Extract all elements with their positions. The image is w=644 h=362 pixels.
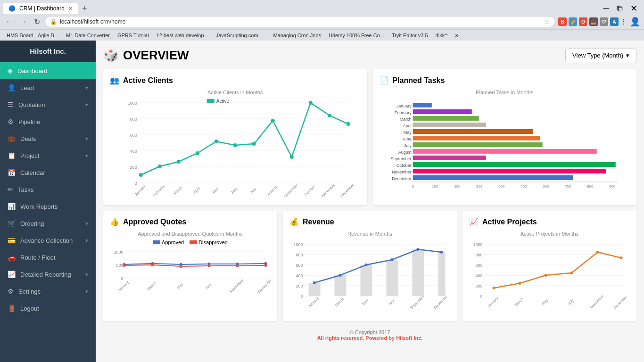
sidebar-label-project: Project	[20, 152, 39, 159]
ext-icon-2[interactable]: 🌈	[569, 17, 577, 26]
svg-rect-110	[335, 275, 347, 296]
svg-point-144	[620, 256, 623, 259]
sidebar-item-dashboard[interactable]: ◈ Dashboard	[0, 62, 96, 79]
profile-icon[interactable]: 👤	[630, 16, 640, 27]
view-type-chevron-icon: ▾	[626, 52, 629, 59]
tab-bar: 🔵 CRM | Dashboard ✕ + ─ ⧉ ✕	[0, 0, 644, 14]
ext-icon-4[interactable]: 📥	[589, 17, 598, 26]
forward-button[interactable]: →	[18, 16, 29, 27]
ext-icon-6[interactable]: A	[610, 17, 619, 26]
browser-chrome: 🔵 CRM | Dashboard ✕ + ─ ⧉ ✕ ← → ↻ 🔒 loca…	[0, 0, 644, 41]
active-projects-chart: 1000 800 600 400 200 0	[469, 239, 630, 314]
sidebar-item-pipeline[interactable]: ⚙ Pipeline	[0, 113, 96, 130]
svg-point-117	[365, 263, 368, 266]
svg-rect-109	[309, 283, 321, 296]
back-button[interactable]: ←	[4, 16, 15, 27]
revenue-chart: 1000 800 600 400 200 0	[289, 239, 450, 314]
ext-icon-opera[interactable]: O	[579, 17, 587, 26]
main-content: 🎲 OVERVIEW View Type (Month) ▾ 👥 Active …	[96, 41, 644, 362]
more-extensions[interactable]: ⋮	[620, 18, 627, 25]
sidebar-item-route-fleet[interactable]: 🚗 Route / Fleet	[0, 249, 96, 266]
svg-text:400: 400	[296, 273, 303, 278]
sidebar-item-project[interactable]: 📋 Project ▾	[0, 147, 96, 164]
sidebar-item-calendar[interactable]: 📅 Calendar	[0, 164, 96, 181]
svg-point-89	[236, 264, 239, 267]
new-tab-button[interactable]: +	[78, 4, 91, 14]
sidebar-item-quotation[interactable]: ☰ Quotation ▾	[0, 96, 96, 113]
sidebar-label-work-reports: Work Reports	[20, 203, 58, 210]
approved-quotes-title: 👍 Approved Quotes	[110, 217, 271, 226]
svg-rect-55	[413, 156, 486, 160]
view-type-button[interactable]: View Type (Month) ▾	[565, 49, 636, 62]
sidebar-item-work-reports[interactable]: 📊 Work Reports	[0, 198, 96, 215]
ext-icon-1[interactable]: B	[558, 17, 567, 26]
more-bookmarks[interactable]: »	[453, 31, 462, 40]
sidebar-item-logout[interactable]: 🚪 Logout	[0, 300, 96, 317]
planned-tasks-title: 📄 Planned Tasks	[380, 76, 630, 85]
bookmark-4[interactable]: 12 best web develop...	[154, 32, 211, 39]
svg-text:September: September	[390, 156, 411, 161]
svg-point-18	[252, 142, 256, 146]
tasks-icon: ✏	[8, 186, 13, 193]
active-tab[interactable]: 🔵 CRM | Dashboard ✕	[3, 3, 78, 14]
reload-button[interactable]: ↻	[32, 16, 42, 27]
bookmark-7[interactable]: Udemy 100% Free Co...	[326, 32, 387, 39]
svg-point-116	[339, 274, 342, 277]
svg-point-90	[264, 264, 267, 267]
svg-text:January: January	[134, 184, 146, 197]
svg-text:October: October	[304, 184, 316, 197]
svg-text:March: March	[334, 297, 345, 307]
sidebar-label-calendar: Calendar	[20, 169, 45, 176]
bookmark-5[interactable]: JavaScripting.com -...	[213, 32, 269, 39]
url-box[interactable]: 🔒 localhost/hilsoft-crm/home ☆	[45, 16, 555, 27]
planned-tasks-card: 📄 Planned Tasks Planned Tasks in Months …	[373, 69, 637, 205]
sidebar-label-logout: Logout	[20, 305, 39, 312]
active-clients-chart: 1000 800 600 400 200 0	[110, 98, 361, 198]
minimize-button[interactable]: ─	[599, 4, 613, 14]
svg-rect-59	[413, 169, 606, 173]
svg-text:December: December	[392, 176, 412, 181]
svg-text:100: 100	[432, 184, 438, 189]
bookmark-9[interactable]: dikk=	[433, 32, 451, 39]
bookmark-3[interactable]: GPRS Tutoial	[115, 32, 152, 39]
active-projects-icon: 📈	[469, 217, 479, 226]
svg-text:November: November	[392, 170, 412, 174]
calendar-icon: 📅	[8, 169, 16, 176]
svg-text:400: 400	[498, 184, 505, 189]
sidebar-item-ordering[interactable]: 🛒 Ordering ▾	[0, 215, 96, 232]
svg-text:September: September	[283, 182, 299, 197]
dashboard-icon: ◈	[8, 67, 13, 74]
tab-close-button[interactable]: ✕	[68, 6, 73, 12]
sidebar-item-detailed-reporting[interactable]: 📈 Detailed Reporting ▾	[0, 266, 96, 283]
svg-point-15	[196, 151, 199, 155]
lock-icon: 🔒	[50, 18, 57, 25]
svg-text:August: August	[266, 185, 278, 197]
active-projects-subtitle: Active Projects in Months	[469, 231, 630, 237]
maximize-button[interactable]: ⧉	[613, 4, 627, 14]
sidebar-item-advance-collection[interactable]: 💳 Advance Collection ▾	[0, 232, 96, 249]
ext-icon-5[interactable]: 🛡	[600, 17, 608, 26]
page-header: 🎲 OVERVIEW View Type (Month) ▾	[103, 48, 636, 63]
active-projects-title: 📈 Active Projects	[469, 217, 630, 226]
bookmark-2[interactable]: Mr. Data Converter	[63, 32, 113, 39]
planned-tasks-icon: 📄	[380, 76, 389, 85]
svg-rect-41	[413, 109, 471, 114]
revenue-subtitle: Revenue in Months	[289, 231, 450, 237]
top-charts-row: 👥 Active Clients Active Clients in Month…	[103, 69, 636, 205]
sidebar-item-deals[interactable]: 💼 Deals ▾	[0, 130, 96, 147]
svg-text:July: July	[388, 298, 395, 306]
sidebar-item-lead[interactable]: 👤 Lead ▾	[0, 79, 96, 96]
sidebar-item-settings[interactable]: ⚙ Settings ▾	[0, 283, 96, 300]
active-clients-icon: 👥	[110, 76, 119, 85]
bookmark-8[interactable]: Tryit Editor v3.5	[389, 32, 431, 39]
svg-text:600: 600	[475, 263, 482, 268]
bookmark-6[interactable]: Managing Cron Jobs	[270, 32, 324, 39]
sidebar-label-advance-collection: Advance Collection	[20, 237, 73, 244]
svg-rect-39	[413, 103, 431, 107]
bookmark-star-icon[interactable]: ☆	[544, 18, 550, 25]
svg-text:December: December	[433, 295, 449, 310]
close-button[interactable]: ✕	[627, 3, 641, 14]
sidebar-item-tasks[interactable]: ✏ Tasks	[0, 181, 96, 198]
bookmark-1[interactable]: HMS Board - Agile B...	[4, 32, 61, 39]
svg-text:1000: 1000	[473, 242, 482, 247]
